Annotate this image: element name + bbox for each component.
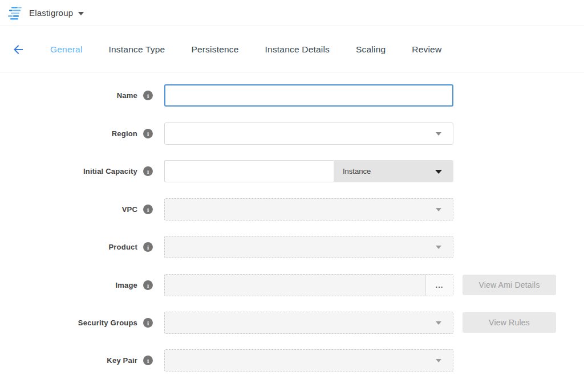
vpc-label: VPC: [122, 205, 137, 214]
capacity-unit-value: Instance: [343, 167, 371, 175]
elastigroup-app: Elastigroup General Instance Type Persis…: [0, 0, 584, 392]
key-pair-label: Key Pair: [107, 356, 137, 365]
image-label: Image: [115, 281, 137, 289]
vpc-row: VPC i: [0, 198, 453, 220]
chevron-down-icon: [436, 132, 441, 136]
region-select[interactable]: [164, 122, 453, 145]
image-row: Image i ... View Ami Details: [0, 274, 453, 296]
image-browse-button[interactable]: ...: [425, 275, 453, 296]
vpc-info-icon[interactable]: i: [143, 205, 153, 214]
tab-general[interactable]: General: [50, 44, 83, 55]
initial-capacity-row: Initial Capacity i Instance: [0, 160, 453, 182]
view-ami-details-button[interactable]: View Ami Details: [463, 275, 556, 295]
product-row: Product i: [0, 236, 453, 258]
capacity-unit-select[interactable]: Instance: [334, 160, 453, 182]
product-info-icon[interactable]: i: [143, 242, 153, 252]
region-info-icon[interactable]: i: [143, 129, 153, 138]
wizard-tabs: General Instance Type Persistence Instan…: [50, 44, 441, 55]
image-input: ...: [164, 274, 453, 296]
region-row: Region i: [0, 122, 453, 145]
key-pair-info-icon[interactable]: i: [143, 356, 153, 365]
security-groups-select: [164, 312, 453, 334]
initial-capacity-input[interactable]: [164, 160, 334, 182]
name-label: Name: [117, 91, 137, 100]
view-rules-button[interactable]: View Rules: [463, 312, 556, 333]
key-pair-row: Key Pair i: [0, 349, 453, 371]
elastigroup-logo-icon: [8, 6, 24, 20]
name-input[interactable]: [164, 84, 453, 107]
tab-scaling[interactable]: Scaling: [356, 44, 386, 55]
back-arrow-button[interactable]: [11, 43, 25, 56]
general-step-form: Name i Region i Initial Capacity i: [0, 72, 584, 392]
security-groups-row: Security Groups i View Rules: [0, 312, 453, 334]
chevron-down-icon: [436, 321, 441, 325]
wizard-tab-bar: General Instance Type Persistence Instan…: [0, 27, 584, 72]
initial-capacity-info-icon[interactable]: i: [143, 166, 153, 176]
name-row: Name i: [0, 84, 453, 107]
app-header: Elastigroup: [0, 0, 584, 26]
tab-instance-type[interactable]: Instance Type: [109, 44, 165, 55]
product-select: [164, 236, 453, 258]
chevron-down-icon: [436, 246, 441, 249]
tab-instance-details[interactable]: Instance Details: [265, 44, 330, 55]
vpc-select: [164, 198, 453, 220]
app-title-caret-icon[interactable]: [78, 12, 84, 15]
key-pair-select: [164, 349, 453, 371]
image-info-icon[interactable]: i: [143, 280, 153, 290]
security-groups-info-icon[interactable]: i: [143, 318, 153, 328]
chevron-down-icon: [436, 359, 441, 362]
tab-review[interactable]: Review: [412, 44, 441, 55]
product-label: Product: [108, 243, 137, 251]
security-groups-label: Security Groups: [78, 318, 137, 327]
chevron-down-icon: [435, 170, 442, 174]
tab-persistence[interactable]: Persistence: [191, 44, 238, 55]
name-info-icon[interactable]: i: [143, 91, 153, 100]
region-label: Region: [112, 129, 137, 138]
app-title[interactable]: Elastigroup: [29, 8, 73, 18]
initial-capacity-label: Initial Capacity: [83, 167, 137, 175]
chevron-down-icon: [436, 208, 441, 211]
